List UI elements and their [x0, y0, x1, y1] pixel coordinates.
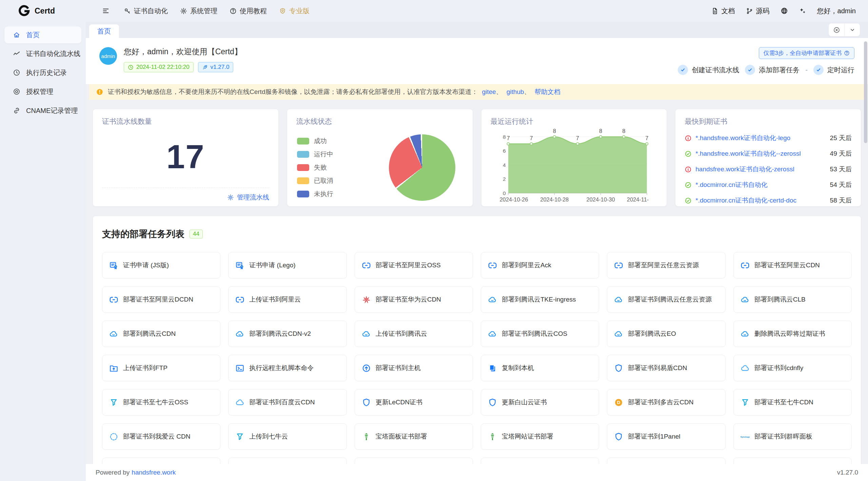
- task-card[interactable]: 宝塔面板证书部署: [355, 423, 473, 450]
- close-tabs-button[interactable]: [829, 23, 844, 36]
- expiring-cert-link[interactable]: *.handsfree.work证书自动化--zerossl: [695, 149, 826, 158]
- task-card[interactable]: 部署到阿里云Ack: [481, 252, 599, 278]
- legend-item-失败[interactable]: 失败: [297, 163, 333, 172]
- task-card[interactable]: 部署证书到易盾CDN: [607, 355, 725, 381]
- task-card[interactable]: 部署证书到百度云CDN: [228, 389, 347, 416]
- task-card[interactable]: 部署证书到我爱云 CDN: [102, 423, 220, 450]
- task-card[interactable]: 部署到腾讯云CDN: [102, 321, 220, 347]
- task-card[interactable]: 部署到腾讯云TKE-ingress: [481, 286, 599, 313]
- expiring-cert-link[interactable]: handsfree.work证书自动化-zerossl: [695, 165, 826, 174]
- task-card[interactable]: 部署证书到腾讯云任意云资源: [607, 286, 725, 313]
- task-card[interactable]: 执行远程主机脚本命令: [228, 355, 347, 381]
- nav-menu-pro[interactable]: 专业版: [273, 0, 316, 22]
- task-card-cutoff[interactable]: [102, 458, 220, 464]
- task-card-label: 部署到腾讯云CDN-v2: [249, 329, 311, 338]
- alicloud-icon: [235, 295, 244, 304]
- recent-runs-chart: 0246877878872024-10-262024-10-282024-10-…: [491, 126, 658, 207]
- legend-item-成功[interactable]: 成功: [297, 137, 333, 146]
- legend-label: 失败: [314, 163, 327, 172]
- nav-menu-label: 证书自动化: [134, 6, 168, 16]
- legend-swatch: [297, 138, 309, 145]
- nav-menu-label: 使用教程: [240, 6, 267, 16]
- sidebar-item-authorization[interactable]: 授权管理: [0, 82, 86, 101]
- task-card[interactable]: 部署证书至七牛CDN: [733, 389, 852, 416]
- scrollbar-thumb[interactable]: [864, 41, 867, 143]
- expiring-cert-link[interactable]: *.docmirror.cn证书自动化: [695, 180, 826, 189]
- manage-pipelines-link[interactable]: 管理流水线: [227, 193, 269, 202]
- task-card[interactable]: 证书申请 (Lego): [228, 252, 347, 278]
- qiniu-icon: [741, 398, 750, 407]
- nav-menu-question[interactable]: 使用教程: [223, 0, 273, 22]
- expiring-cert-link[interactable]: *.handsfree.work证书自动化-lego: [695, 134, 826, 142]
- task-card[interactable]: 部署至阿里云任意云资源: [607, 252, 725, 278]
- task-card-label: 部署证书到1Panel: [628, 432, 680, 441]
- theme-button[interactable]: [793, 0, 812, 22]
- nav-source-link[interactable]: 源码: [741, 0, 775, 22]
- top-navbar: Certd 证书自动化系统管理使用教程专业版 文档 源码 您好，admin: [0, 0, 868, 22]
- language-button[interactable]: [775, 0, 793, 22]
- sidebar-item-home[interactable]: 首页: [4, 26, 81, 43]
- task-card[interactable]: 删除腾讯云即将过期证书: [733, 321, 852, 347]
- task-card[interactable]: 部署证书至阿里云OSS: [355, 252, 473, 278]
- task-card-cutoff[interactable]: [733, 458, 852, 464]
- user-menu[interactable]: 您好，admin: [812, 6, 858, 16]
- task-card[interactable]: 上传证书到腾讯云: [355, 321, 473, 347]
- task-card[interactable]: 部署到腾讯云EO: [607, 321, 725, 347]
- task-card[interactable]: 部署到腾讯云CDN-v2: [228, 321, 347, 347]
- task-card[interactable]: 上传证书到FTP: [102, 355, 220, 381]
- nav-docs-link[interactable]: 文档: [706, 0, 741, 22]
- tencent-icon: [235, 329, 244, 339]
- welcome-badges: 2024-11-02 22:10:20 v1.27.0: [124, 62, 242, 72]
- task-card[interactable]: 更新白山云证书: [481, 389, 599, 416]
- sidebar-item-history[interactable]: 执行历史记录: [0, 63, 86, 82]
- legend-item-运行中[interactable]: 运行中: [297, 150, 333, 159]
- nav-menu-gear[interactable]: 系统管理: [174, 0, 223, 22]
- tab-menu-button[interactable]: [844, 23, 860, 36]
- task-card[interactable]: 部署证书至阿里云CDN: [733, 252, 852, 278]
- guide-pill[interactable]: 仅需3步，全自动申请部署证书: [759, 47, 854, 59]
- notice-link-gitee[interactable]: gitee: [482, 88, 496, 95]
- qiniu-icon: [235, 432, 244, 441]
- task-card[interactable]: 更新LeCDN证书: [355, 389, 473, 416]
- sidebar-item-cname-records[interactable]: CNAME记录管理: [0, 101, 86, 120]
- task-card[interactable]: 宝塔网站证书部署: [481, 423, 599, 450]
- task-card[interactable]: 证书申请 (JS版): [102, 252, 220, 278]
- task-card[interactable]: 部署证书至华为云CDN: [355, 286, 473, 313]
- notice-link-help[interactable]: 帮助文档: [534, 88, 560, 95]
- task-card[interactable]: 部署证书至七牛云OSS: [102, 389, 220, 416]
- notice-delimiter: 、: [496, 88, 502, 95]
- svg-text:7: 7: [576, 135, 579, 141]
- legend-item-未执行[interactable]: 未执行: [297, 190, 333, 198]
- task-card-cutoff[interactable]: [481, 458, 599, 464]
- task-card[interactable]: 上传证书到阿里云: [228, 286, 347, 313]
- tab-home[interactable]: 首页: [89, 24, 119, 38]
- expiring-row: *.handsfree.work证书自动化-lego25 天后: [685, 130, 852, 146]
- welcome-greeting: 您好，admin，欢迎使用【Certd】: [124, 46, 242, 57]
- task-card[interactable]: 部署证书到腾讯云COS: [481, 321, 599, 347]
- task-card[interactable]: 部署到腾讯云CLB: [733, 286, 852, 313]
- expiring-cert-link[interactable]: *.docmirror.cn证书自动化-certd-doc: [695, 196, 826, 205]
- sidebar-item-pipelines[interactable]: 证书自动化流水线: [0, 44, 86, 63]
- legend-item-已取消[interactable]: 已取消: [297, 176, 333, 185]
- notice-link-github[interactable]: github: [507, 88, 524, 95]
- task-card[interactable]: 部署证书至阿里云DCDN: [102, 286, 220, 313]
- synology-icon: [741, 432, 750, 441]
- task-card-cutoff[interactable]: [355, 458, 473, 464]
- task-card[interactable]: 部署证书到cdnfly: [733, 355, 852, 381]
- brand[interactable]: Certd: [0, 5, 86, 17]
- task-card[interactable]: 部署证书到群晖面板: [733, 423, 852, 450]
- nav-menu-key[interactable]: 证书自动化: [118, 0, 174, 22]
- sidebar-collapse-button[interactable]: [97, 0, 114, 22]
- task-card[interactable]: 部署证书到1Panel: [607, 423, 725, 450]
- success-circle-icon: [685, 197, 692, 204]
- tencent-icon: [741, 295, 750, 304]
- task-card[interactable]: 上传到七牛云: [228, 423, 347, 450]
- step-check-circle: [745, 65, 755, 75]
- task-card-cutoff[interactable]: [228, 458, 347, 464]
- task-card-cutoff[interactable]: [607, 458, 725, 464]
- handsfree-link[interactable]: handsfree.work: [132, 469, 176, 476]
- task-card[interactable]: 复制到本机: [481, 355, 599, 381]
- tencent-icon: [109, 329, 118, 339]
- task-card[interactable]: 部署证书到多吉云CDN: [607, 389, 725, 416]
- task-card[interactable]: 部署证书到主机: [355, 355, 473, 381]
